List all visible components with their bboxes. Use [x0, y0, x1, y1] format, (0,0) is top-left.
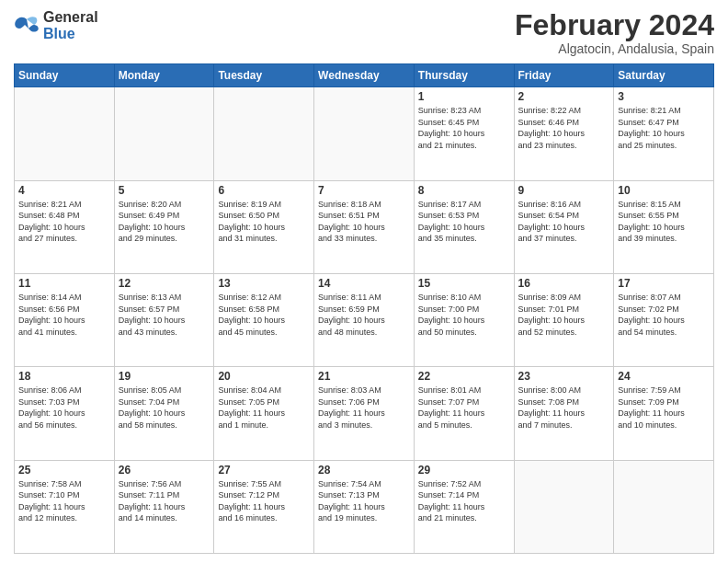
calendar-cell: 25Sunrise: 7:58 AM Sunset: 7:10 PM Dayli… — [15, 460, 115, 553]
day-info: Sunrise: 8:14 AM Sunset: 6:56 PM Dayligh… — [18, 292, 110, 338]
logo-icon — [14, 16, 40, 36]
calendar-cell: 14Sunrise: 8:11 AM Sunset: 6:59 PM Dayli… — [314, 273, 415, 366]
calendar-cell: 4Sunrise: 8:21 AM Sunset: 6:48 PM Daylig… — [15, 180, 115, 273]
day-info: Sunrise: 8:00 AM Sunset: 7:08 PM Dayligh… — [518, 385, 610, 431]
day-number: 2 — [518, 90, 610, 103]
calendar-cell: 9Sunrise: 8:16 AM Sunset: 6:54 PM Daylig… — [514, 180, 614, 273]
day-info: Sunrise: 8:22 AM Sunset: 6:46 PM Dayligh… — [518, 105, 610, 151]
day-number: 22 — [418, 370, 510, 383]
day-number: 15 — [418, 277, 510, 290]
calendar-cell: 5Sunrise: 8:20 AM Sunset: 6:49 PM Daylig… — [114, 180, 214, 273]
calendar-cell — [514, 460, 614, 553]
week-row-1: 4Sunrise: 8:21 AM Sunset: 6:48 PM Daylig… — [15, 180, 714, 273]
week-row-2: 11Sunrise: 8:14 AM Sunset: 6:56 PM Dayli… — [15, 273, 714, 366]
day-number: 3 — [618, 90, 710, 103]
calendar-cell — [114, 87, 214, 180]
calendar-cell: 16Sunrise: 8:09 AM Sunset: 7:01 PM Dayli… — [514, 273, 614, 366]
day-number: 25 — [18, 464, 110, 477]
day-info: Sunrise: 8:23 AM Sunset: 6:45 PM Dayligh… — [418, 105, 510, 151]
day-info: Sunrise: 8:09 AM Sunset: 7:01 PM Dayligh… — [518, 292, 610, 338]
day-number: 8 — [418, 184, 510, 197]
weekday-header-saturday: Saturday — [614, 64, 714, 87]
day-number: 12 — [119, 277, 210, 290]
day-info: Sunrise: 8:07 AM Sunset: 7:02 PM Dayligh… — [618, 292, 710, 338]
day-info: Sunrise: 7:59 AM Sunset: 7:09 PM Dayligh… — [618, 385, 710, 431]
day-number: 28 — [318, 464, 410, 477]
calendar-cell: 11Sunrise: 8:14 AM Sunset: 6:56 PM Dayli… — [15, 273, 115, 366]
calendar-cell: 23Sunrise: 8:00 AM Sunset: 7:08 PM Dayli… — [514, 367, 614, 460]
week-row-4: 25Sunrise: 7:58 AM Sunset: 7:10 PM Dayli… — [15, 460, 714, 553]
day-info: Sunrise: 8:15 AM Sunset: 6:55 PM Dayligh… — [618, 199, 710, 245]
day-number: 26 — [119, 464, 210, 477]
day-info: Sunrise: 8:10 AM Sunset: 7:00 PM Dayligh… — [418, 292, 510, 338]
calendar-cell — [15, 87, 115, 180]
day-info: Sunrise: 7:58 AM Sunset: 7:10 PM Dayligh… — [18, 478, 110, 524]
day-info: Sunrise: 8:21 AM Sunset: 6:48 PM Dayligh… — [18, 199, 110, 245]
day-info: Sunrise: 8:03 AM Sunset: 7:06 PM Dayligh… — [318, 385, 410, 431]
calendar-cell: 17Sunrise: 8:07 AM Sunset: 7:02 PM Dayli… — [614, 273, 714, 366]
day-number: 1 — [418, 90, 510, 103]
day-info: Sunrise: 8:11 AM Sunset: 6:59 PM Dayligh… — [318, 292, 410, 338]
weekday-header-wednesday: Wednesday — [314, 64, 415, 87]
calendar-cell: 19Sunrise: 8:05 AM Sunset: 7:04 PM Dayli… — [114, 367, 214, 460]
day-number: 5 — [119, 184, 210, 197]
day-number: 18 — [18, 370, 110, 383]
calendar-cell: 6Sunrise: 8:19 AM Sunset: 6:50 PM Daylig… — [214, 180, 314, 273]
calendar-cell: 13Sunrise: 8:12 AM Sunset: 6:58 PM Dayli… — [214, 273, 314, 366]
weekday-header-friday: Friday — [514, 64, 614, 87]
title-block: February 2024 Algatocin, Andalusia, Spai… — [515, 9, 714, 56]
calendar-table: SundayMondayTuesdayWednesdayThursdayFrid… — [14, 63, 714, 554]
day-number: 6 — [218, 184, 310, 197]
weekday-header-tuesday: Tuesday — [214, 64, 314, 87]
day-number: 14 — [318, 277, 410, 290]
calendar-cell: 1Sunrise: 8:23 AM Sunset: 6:45 PM Daylig… — [414, 87, 514, 180]
day-info: Sunrise: 8:19 AM Sunset: 6:50 PM Dayligh… — [218, 199, 310, 245]
calendar-cell: 26Sunrise: 7:56 AM Sunset: 7:11 PM Dayli… — [114, 460, 214, 553]
calendar-cell — [314, 87, 415, 180]
day-info: Sunrise: 8:17 AM Sunset: 6:53 PM Dayligh… — [418, 199, 510, 245]
calendar-cell: 27Sunrise: 7:55 AM Sunset: 7:12 PM Dayli… — [214, 460, 314, 553]
day-number: 17 — [618, 277, 710, 290]
day-number: 7 — [318, 184, 410, 197]
day-info: Sunrise: 8:05 AM Sunset: 7:04 PM Dayligh… — [119, 385, 210, 431]
day-number: 16 — [518, 277, 610, 290]
location: Algatocin, Andalusia, Spain — [515, 41, 714, 56]
day-info: Sunrise: 8:04 AM Sunset: 7:05 PM Dayligh… — [218, 385, 310, 431]
day-number: 9 — [518, 184, 610, 197]
day-number: 11 — [18, 277, 110, 290]
calendar-cell: 7Sunrise: 8:18 AM Sunset: 6:51 PM Daylig… — [314, 180, 415, 273]
day-number: 27 — [218, 464, 310, 477]
day-number: 21 — [318, 370, 410, 383]
day-info: Sunrise: 8:16 AM Sunset: 6:54 PM Dayligh… — [518, 199, 610, 245]
calendar-cell — [214, 87, 314, 180]
calendar-cell: 20Sunrise: 8:04 AM Sunset: 7:05 PM Dayli… — [214, 367, 314, 460]
week-row-3: 18Sunrise: 8:06 AM Sunset: 7:03 PM Dayli… — [15, 367, 714, 460]
day-info: Sunrise: 8:20 AM Sunset: 6:49 PM Dayligh… — [119, 199, 210, 245]
day-number: 23 — [518, 370, 610, 383]
calendar-cell: 15Sunrise: 8:10 AM Sunset: 7:00 PM Dayli… — [414, 273, 514, 366]
calendar-cell: 12Sunrise: 8:13 AM Sunset: 6:57 PM Dayli… — [114, 273, 214, 366]
logo: General Blue — [14, 9, 98, 43]
day-info: Sunrise: 8:18 AM Sunset: 6:51 PM Dayligh… — [318, 199, 410, 245]
calendar-cell: 2Sunrise: 8:22 AM Sunset: 6:46 PM Daylig… — [514, 87, 614, 180]
day-number: 19 — [119, 370, 210, 383]
day-info: Sunrise: 8:06 AM Sunset: 7:03 PM Dayligh… — [18, 385, 110, 431]
day-info: Sunrise: 8:21 AM Sunset: 6:47 PM Dayligh… — [618, 105, 710, 151]
logo-text: General Blue — [43, 9, 98, 43]
calendar-cell: 18Sunrise: 8:06 AM Sunset: 7:03 PM Dayli… — [15, 367, 115, 460]
day-info: Sunrise: 8:13 AM Sunset: 6:57 PM Dayligh… — [119, 292, 210, 338]
day-number: 10 — [618, 184, 710, 197]
week-row-0: 1Sunrise: 8:23 AM Sunset: 6:45 PM Daylig… — [15, 87, 714, 180]
day-number: 20 — [218, 370, 310, 383]
month-title: February 2024 — [515, 9, 714, 41]
day-info: Sunrise: 8:01 AM Sunset: 7:07 PM Dayligh… — [418, 385, 510, 431]
day-number: 24 — [618, 370, 710, 383]
day-number: 4 — [18, 184, 110, 197]
day-info: Sunrise: 7:52 AM Sunset: 7:14 PM Dayligh… — [418, 478, 510, 524]
weekday-header-sunday: Sunday — [15, 64, 115, 87]
header: General Blue February 2024 Algatocin, An… — [14, 9, 714, 56]
calendar-cell: 10Sunrise: 8:15 AM Sunset: 6:55 PM Dayli… — [614, 180, 714, 273]
calendar-cell — [614, 460, 714, 553]
calendar-cell: 29Sunrise: 7:52 AM Sunset: 7:14 PM Dayli… — [414, 460, 514, 553]
weekday-header-row: SundayMondayTuesdayWednesdayThursdayFrid… — [15, 64, 714, 87]
